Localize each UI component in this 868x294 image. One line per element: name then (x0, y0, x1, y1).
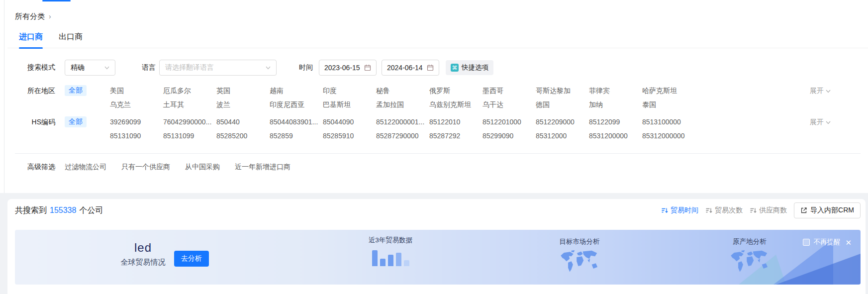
hscode-tag[interactable]: 85122099 (589, 117, 642, 127)
language-select[interactable]: 请选择翻译语言 (159, 60, 277, 76)
import-crm-button[interactable]: 导入内部CRM (794, 202, 861, 218)
region-tag[interactable]: 乌克兰 (110, 99, 163, 110)
chevron-down-icon (826, 90, 831, 93)
search-mode-select[interactable]: 精确 (65, 60, 115, 76)
hscode-row-2: 8513109085131099852852008528598528591085… (110, 131, 695, 141)
hscode-tag[interactable]: 8512209000 (536, 117, 589, 127)
chevron-down-icon (104, 66, 109, 70)
expand-label: 展开 (810, 87, 824, 96)
count-prefix: 共搜索到 (15, 205, 47, 216)
banner-keyword-block: led 全球贸易情况 (109, 241, 177, 267)
region-tag[interactable]: 土耳其 (163, 99, 216, 110)
region-tag[interactable]: 菲律宾 (589, 86, 642, 96)
hscode-tag[interactable]: 85287292 (429, 131, 482, 141)
region-tag[interactable]: 德国 (536, 99, 589, 110)
search-mode-value: 精确 (71, 63, 104, 72)
region-tag[interactable]: 波兰 (216, 99, 270, 110)
region-tag[interactable]: 乌干达 (482, 99, 536, 110)
region-tag[interactable]: 孟加拉国 (376, 99, 429, 110)
hscode-tag[interactable]: 85312000 (536, 131, 589, 141)
filter-row-hscode: HS编码 全部 3926909976042990000...8504408504… (7, 117, 868, 141)
region-row-1: 美国厄瓜多尔英国越南印度秘鲁俄罗斯墨西哥哥斯达黎加菲律宾哈萨克斯坦 (110, 86, 695, 96)
hscode-tag[interactable]: 39269099 (110, 117, 163, 127)
filter-row-region: 所在地区 全部 美国厄瓜多尔英国越南印度秘鲁俄罗斯墨西哥哥斯达黎加菲律宾哈萨克斯… (7, 86, 868, 110)
advanced-option[interactable]: 过滤物流公司 (65, 163, 106, 172)
region-tag[interactable]: 加纳 (589, 99, 642, 110)
import-icon (800, 207, 807, 214)
sort-button[interactable]: 供应商数 (750, 206, 787, 215)
hscode-tag[interactable]: 85299090 (482, 131, 536, 141)
banner-chart-block: 近3年贸易数据 (361, 236, 420, 266)
bar (404, 260, 409, 266)
bar (380, 259, 386, 266)
region-tag[interactable]: 哈萨克斯坦 (642, 86, 695, 96)
hscode-tag[interactable]: 85285910 (323, 131, 376, 141)
region-tag[interactable]: 美国 (110, 86, 163, 96)
quick-options-button[interactable]: ⌘ 快捷选项 (446, 60, 493, 75)
region-tag[interactable]: 乌兹别克斯坦 (429, 99, 482, 110)
hscode-tag[interactable]: 8531200000 (589, 131, 642, 141)
language-label: 语言 (142, 63, 156, 72)
dont-remind-checkbox[interactable] (803, 239, 810, 246)
region-tag[interactable]: 越南 (270, 86, 323, 96)
expand-label: 展开 (810, 118, 824, 127)
chevron-right-icon: › (49, 12, 51, 20)
hscode-tag[interactable]: 85131099 (163, 131, 216, 141)
region-tag[interactable]: 泰国 (642, 99, 695, 110)
breadcrumb-all-categories[interactable]: 所有分类 (15, 12, 45, 21)
region-tag[interactable]: 印度 (323, 86, 376, 96)
tab[interactable]: 进口商 (19, 26, 43, 48)
search-filter-panel: 搜索模式 精确 语言 请选择翻译语言 时间 2023-06-15 2024-06… (7, 49, 868, 193)
world-map-icon (559, 249, 600, 274)
region-tag[interactable]: 秘鲁 (376, 86, 429, 96)
hscode-tag[interactable]: 85044090 (323, 117, 376, 127)
sort-button[interactable]: 贸易次数 (705, 206, 743, 215)
results-card: 共搜索到 155338 个公司 贸易时间 贸易次数 供应商数 导入内部CRM (7, 199, 866, 294)
hscode-tag[interactable]: 85122000001... (376, 117, 429, 127)
top-tab-active-underline (42, 0, 71, 1)
advanced-option[interactable]: 近一年新增进口商 (235, 163, 290, 172)
region-label: 所在地区 (7, 86, 55, 96)
importer-exporter-tabs: 进口商出口商 (7, 26, 868, 48)
region-all-chip[interactable]: 全部 (65, 85, 87, 96)
count-suffix: 个公司 (79, 205, 103, 216)
left-panel-edge (4, 0, 4, 193)
advanced-options: 过滤物流公司只有一个供应商从中国采购近一年新增进口商 (55, 163, 290, 172)
hscode-expand-link[interactable]: 展开 (810, 117, 831, 127)
hscode-tag[interactable]: 85285200 (216, 131, 270, 141)
date-start-input[interactable]: 2023-06-15 (319, 60, 377, 76)
hscode-tag[interactable]: 852859 (270, 131, 323, 141)
hscode-tag[interactable]: 8513100000 (642, 117, 695, 127)
banner-subtitle: 全球贸易情况 (109, 258, 177, 267)
chevron-down-icon (826, 121, 831, 124)
region-tag[interactable]: 哥斯达黎加 (536, 86, 589, 96)
hscode-tag[interactable]: 85122010 (429, 117, 482, 127)
region-tag[interactable]: 巴基斯坦 (323, 99, 376, 110)
hscode-tag[interactable]: 8512201000 (482, 117, 536, 127)
advanced-option[interactable]: 只有一个供应商 (121, 163, 170, 172)
region-tag[interactable]: 英国 (216, 86, 270, 96)
region-tag[interactable]: 厄瓜多尔 (163, 86, 216, 96)
banner-origin-block: 原产地分析 (722, 237, 777, 276)
bar (396, 253, 401, 266)
hscode-tag[interactable]: 85312000000 (642, 131, 695, 141)
sort-group: 贸易时间 贸易次数 供应商数 (661, 206, 787, 215)
hscode-tag[interactable]: 85287290000 (376, 131, 429, 141)
region-tag[interactable]: 墨西哥 (482, 86, 536, 96)
region-expand-link[interactable]: 展开 (810, 86, 831, 96)
advanced-option[interactable]: 从中国采购 (185, 163, 220, 172)
date-end-input[interactable]: 2024-06-14 (382, 60, 439, 76)
bar (388, 255, 393, 266)
region-tag[interactable]: 俄罗斯 (429, 86, 482, 96)
region-tag[interactable]: 印度尼西亚 (270, 99, 323, 110)
hscode-tag[interactable]: 850440 (216, 117, 270, 127)
close-icon[interactable]: ✕ (845, 239, 852, 246)
go-analyze-button[interactable]: 去分析 (174, 251, 209, 267)
hscode-tag[interactable]: 85131090 (110, 131, 163, 141)
hscode-tag[interactable]: 85044083901... (270, 117, 323, 127)
tab[interactable]: 出口商 (59, 26, 83, 48)
banner-decor-triangle (776, 254, 861, 285)
hscode-all-chip[interactable]: 全部 (65, 116, 87, 127)
sort-button[interactable]: 贸易时间 (661, 206, 698, 215)
hscode-tag[interactable]: 76042990000... (163, 117, 216, 127)
